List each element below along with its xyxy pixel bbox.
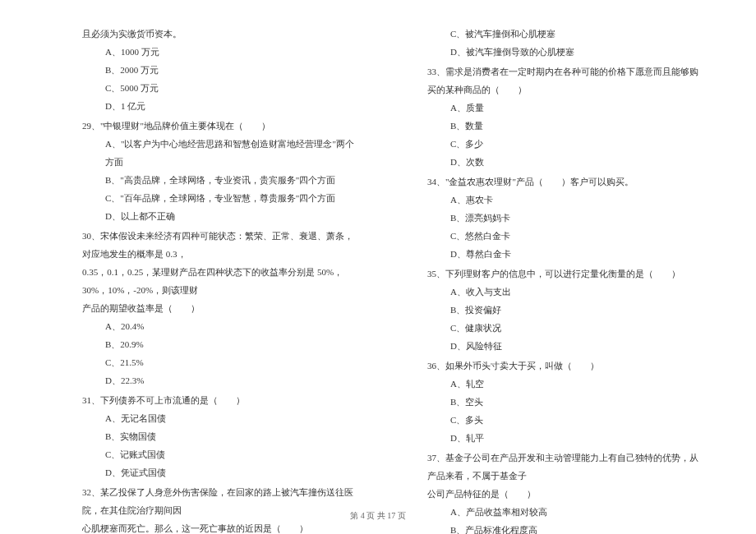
q35-text: 35、下列理财客户的信息中，可以进行定量化衡量的是（ ）	[427, 265, 707, 283]
q28-option-c: C、5000 万元	[105, 79, 362, 97]
q33-option-a: A、质量	[450, 99, 707, 117]
q33-text: 33、需求是消费者在一定时期内在各种可能的价格下愿意而且能够购买的某种商品的（ …	[427, 62, 707, 99]
q35-option-d: D、风险特征	[450, 337, 707, 355]
q37-option-b: B、产品标准化程度高	[450, 521, 707, 534]
q36-option-c: C、多头	[450, 411, 707, 429]
q36-option-a: A、轧空	[450, 375, 707, 393]
q31-option-a: A、无记名国债	[105, 409, 362, 427]
q28-option-a: A、1000 万元	[105, 43, 362, 61]
q29-option-b: B、"高贵品牌，全球网络，专业资讯，贵宾服务"四个方面	[105, 171, 362, 189]
left-column: 且必须为实缴货币资本。 A、1000 万元 B、2000 万元 C、5000 万…	[82, 25, 362, 534]
q28-option-b: B、2000 万元	[105, 61, 362, 79]
q29-option-a: A、"以客户为中心地经营思路和智慧创造财富地经营理念"两个方面	[105, 135, 362, 171]
q30-option-b: B、20.9%	[105, 335, 362, 353]
q33-option-c: C、多少	[450, 135, 707, 153]
q30-text-line1: 30、宋体假设未来经济有四种可能状态：繁荣、正常、衰退、萧条，对应地发生的概率是…	[82, 227, 362, 263]
q28-continuation: 且必须为实缴货币资本。	[82, 25, 362, 43]
q36-option-b: B、空头	[450, 393, 707, 411]
q33-option-d: D、次数	[450, 153, 707, 171]
q36-option-d: D、轧平	[450, 429, 707, 447]
q37-text-line1: 37、基金子公司在产品开发和主动管理能力上有自己独特的优势，从产品来看，不属于基…	[427, 449, 707, 485]
q35-option-b: B、投资偏好	[450, 301, 707, 319]
q28-option-d: D、1 亿元	[105, 97, 362, 115]
q32-option-d: D、被汽车撞倒导致的心肌梗塞	[450, 43, 707, 61]
q31-option-b: B、实物国债	[105, 427, 362, 445]
q34-option-b: B、漂亮妈妈卡	[450, 209, 707, 227]
q30-option-c: C、21.5%	[105, 353, 362, 371]
q37-text-line2: 公司产品特征的是（ ）	[427, 485, 707, 503]
q33-option-b: B、数量	[450, 117, 707, 135]
q30-option-a: A、20.4%	[105, 317, 362, 335]
q34-text: 34、"金益农惠农理财"产品（ ）客户可以购买。	[427, 173, 707, 191]
q30-text-line3: 产品的期望收益率是（ ）	[82, 299, 362, 317]
q35-option-c: C、健康状况	[450, 319, 707, 337]
q34-option-c: C、悠然白金卡	[450, 227, 707, 245]
q29-option-d: D、以上都不正确	[105, 207, 362, 225]
q29-option-c: C、"百年品牌，全球网络，专业智慧，尊贵服务"四个方面	[105, 189, 362, 207]
page-footer: 第 4 页 共 17 页	[0, 510, 756, 522]
q31-text: 31、下列债券不可上市流通的是（ ）	[82, 391, 362, 409]
q34-option-a: A、惠农卡	[450, 191, 707, 209]
q29-text: 29、"中银理财"地品牌价值主要体现在（ ）	[82, 117, 362, 135]
q32-option-c: C、被汽车撞倒和心肌梗塞	[450, 25, 707, 43]
q31-option-c: C、记账式国债	[105, 445, 362, 463]
q34-option-d: D、尊然白金卡	[450, 245, 707, 263]
right-column: C、被汽车撞倒和心肌梗塞 D、被汽车撞倒导致的心肌梗塞 33、需求是消费者在一定…	[427, 25, 707, 534]
q31-option-d: D、凭证式国债	[105, 463, 362, 481]
q36-text: 36、如果外币头寸卖大于买，叫做（ ）	[427, 357, 707, 375]
q35-option-a: A、收入与支出	[450, 283, 707, 301]
q30-option-d: D、22.3%	[105, 371, 362, 389]
q30-text-line2: 0.35，0.1，0.25，某理财产品在四种状态下的收益率分别是 50%，30%…	[82, 263, 362, 299]
